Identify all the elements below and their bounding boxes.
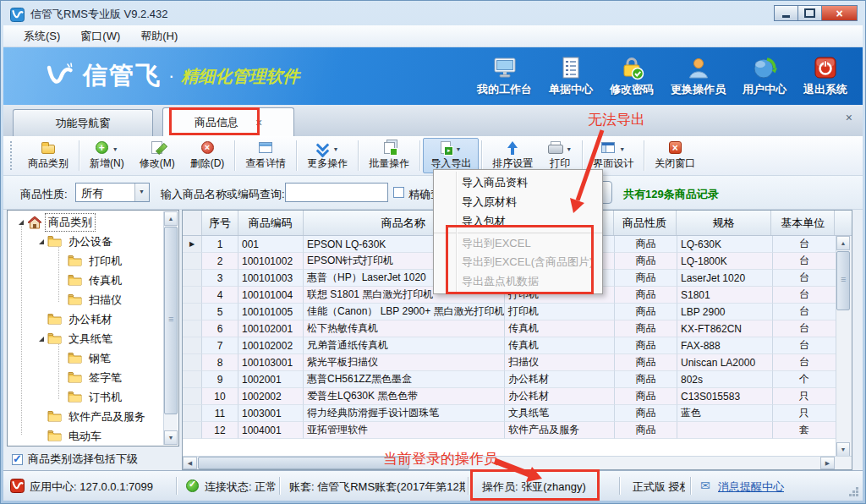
sort-icon [506,141,519,155]
tree-item[interactable]: 订书机 [8,387,178,407]
brand-swoosh-icon [44,62,74,90]
banner-button-document-center[interactable]: 单据中心 [540,47,601,105]
row-selector[interactable]: ▶ [183,287,202,304]
toolbar-separator [419,140,420,171]
banner-button-switch-operator[interactable]: 更换操作员 [662,47,734,105]
scroll-right-icon[interactable]: ▶ [820,457,835,469]
tab-nav-window[interactable]: 功能导航窗 [13,109,153,136]
tree-item[interactable]: 软件产品及服务 [8,407,178,426]
table-vertical-scrollbar[interactable]: ▲ ▼ [836,236,852,457]
tab-label: 功能导航窗 [56,116,111,131]
row-selector[interactable]: ▶ [183,422,202,439]
cell-name: 爱普生LQ630K 黑色色带 [304,388,505,405]
row-selector[interactable]: ▶ [183,236,202,253]
banner-button-user-center[interactable]: 用户中心 [734,47,795,105]
row-selector[interactable]: ▶ [183,337,202,354]
toolbar-button-delete[interactable]: 删除(D) [183,138,233,173]
table-row[interactable]: ▶ 11 1003001 得力经典防滑握手设计圆珠笔 文具纸笔 商品 蓝色 只 [183,405,852,422]
table-row[interactable]: ▶ 7 100102002 兄弟普通纸传真机 传真机 商品 FAX-888 台 [183,337,852,354]
row-selector[interactable]: ▶ [183,304,202,320]
scroll-up-icon[interactable]: ▲ [836,236,850,250]
header-code[interactable]: 商品编码 [238,211,304,235]
table-row[interactable]: ▶ 8 100103001 紫光平板扫描仪 扫描仪 商品 Uniscan LA2… [183,354,852,371]
tree-expander-icon[interactable] [14,220,27,225]
banner-button-change-password[interactable]: 修改密码 [601,47,662,105]
tree-node-icon [47,313,63,326]
scroll-down-icon[interactable]: ▼ [836,442,850,457]
tabstrip-close-icon[interactable]: × [846,111,852,124]
toolbar-button-new[interactable]: 新增(N) [82,138,132,173]
message-center-link[interactable]: 消息提醒中心 [718,479,784,495]
tree-expander-icon[interactable] [35,239,47,244]
toolbar-button-category[interactable]: 商品类别 [20,138,76,173]
toolbar-button-view-details[interactable]: 查看详情 [238,138,293,173]
table-row[interactable]: ▶ 12 1004001 亚拓管理软件 软件产品及服务 商品 套 [183,422,852,439]
row-selector[interactable]: ▶ [183,253,202,270]
tree-node-icon [68,293,83,307]
tree-item[interactable]: 钢笔 [8,348,178,368]
table-row[interactable]: ▶ 6 100102001 松下热敏传真机 传真机 商品 KX-FT862CN … [183,320,852,337]
toolbar-button-edit[interactable]: 修改(M) [132,138,183,173]
search-input[interactable] [285,183,388,202]
header-filler [835,211,852,235]
menubar-item[interactable]: 系统(S) [14,26,70,47]
minimize-button[interactable] [774,5,798,21]
table-vscroll-thumb[interactable] [836,251,850,310]
toolbar-separator [481,140,482,171]
tree-item[interactable]: 签字笔 [8,368,178,387]
toolbar-button-more[interactable]: 更多操作 [299,138,355,173]
tree-item[interactable]: 商品类别 [8,212,178,232]
tree-item[interactable]: 办公设备 [8,232,178,251]
connection-ok-icon [186,479,199,492]
table-row[interactable]: ▶ 9 1002001 惠普CH561ZZ黑色墨盒 办公耗材 商品 802s 个 [183,371,852,388]
exact-checkbox[interactable] [393,187,404,198]
annotation-current-operator: 当前登录的操作员 [383,449,498,468]
table-row[interactable]: ▶ 10 1002002 爱普生LQ630K 黑色色带 办公耗材 商品 C13S… [183,388,852,405]
row-selector[interactable]: ▶ [183,270,202,287]
toolbar-button-sort[interactable]: 排序设置 [485,138,540,173]
toolbar-button-close-window[interactable]: 关闭窗口 [647,138,703,173]
status-separator [279,477,280,495]
cell-category: 软件产品及服务 [505,422,615,439]
cell-nature: 商品 [615,270,677,287]
toolbar-button-import-export[interactable]: 导入导出 [423,138,479,173]
row-selector[interactable]: ▶ [183,371,202,388]
tree-item[interactable]: 文具纸笔 [8,329,178,348]
tree-expander-icon[interactable] [35,337,47,342]
include-sub-checkbox[interactable] [12,454,23,465]
header-nature[interactable]: 商品性质 [614,211,677,235]
select-dropdown-icon[interactable] [134,184,149,201]
header-index[interactable]: 序号 [202,211,238,235]
cell-code: 100103001 [238,354,304,371]
cell-spec: LBP 2900 [677,304,773,320]
menubar-item[interactable]: 窗口(W) [70,26,130,47]
tree-node-icon [68,391,83,404]
scroll-left-icon[interactable]: ◀ [183,457,197,469]
menubar-item[interactable]: 帮助(H) [130,26,188,47]
header-unit[interactable]: 基本单位 [771,211,835,235]
tree-item[interactable]: 办公耗材 [8,310,178,329]
tree-item[interactable]: 打印机 [8,251,178,271]
resize-grip[interactable] [856,494,858,496]
header-spec[interactable]: 规格 [677,211,772,235]
cell-unit: 台 [773,236,836,253]
tree-item[interactable]: 电动车 [8,426,178,446]
cell-unit: 台 [773,337,836,354]
tree-item[interactable]: 扫描仪 [8,290,178,310]
document-center-icon [558,55,584,80]
row-selector[interactable]: ▶ [183,354,202,371]
tree-item[interactable]: 传真机 [8,271,178,290]
toolbar-button-batch[interactable]: 批量操作 [361,138,417,173]
window-close-button[interactable] [821,5,858,21]
table-hscroll-thumb[interactable] [198,457,409,469]
row-selector[interactable]: ▶ [183,320,202,337]
nature-select[interactable]: 所有 [75,183,150,202]
table-row[interactable]: ▶ 5 100101005 佳能（Canon） LBP 2900+ 黑白激光打印… [183,304,852,320]
row-selector[interactable]: ▶ [183,405,202,422]
maximize-button[interactable] [797,5,822,21]
cell-code: 100101003 [238,270,304,287]
cell-code: 100101002 [238,253,304,270]
row-selector[interactable]: ▶ [183,388,202,405]
banner-button-exit[interactable]: 退出系统 [795,47,856,105]
banner-button-workstation[interactable]: 我的工作台 [469,47,540,105]
